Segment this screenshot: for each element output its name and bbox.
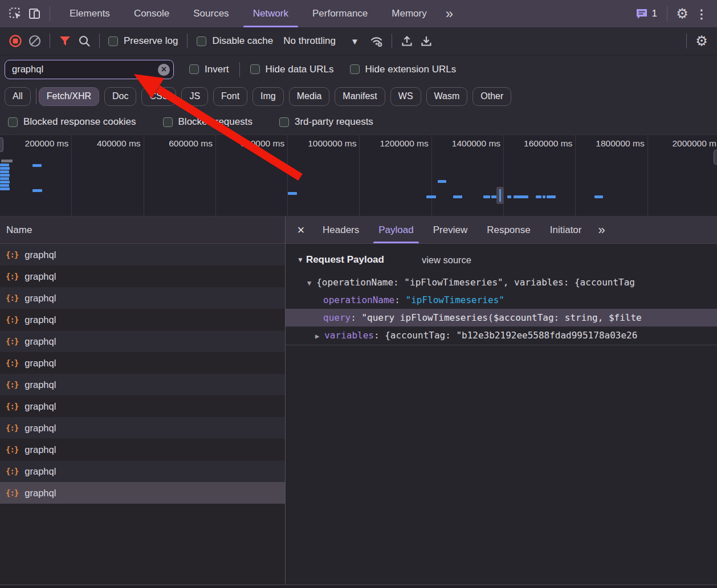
tab-network[interactable]: Network bbox=[241, 0, 300, 27]
record-icon[interactable] bbox=[6, 30, 25, 52]
checkbox[interactable] bbox=[350, 64, 360, 74]
export-har-icon[interactable] bbox=[417, 30, 436, 52]
devtools-tabbar: ElementsConsoleSourcesNetworkPerformance… bbox=[0, 0, 717, 27]
detail-tab-response[interactable]: Response bbox=[477, 217, 540, 243]
preserve-log-checkbox[interactable]: Preserve log bbox=[108, 35, 178, 47]
payload-row[interactable]: query: "query ipFlowTimeseries($accountT… bbox=[286, 309, 717, 326]
filter-chip-manifest[interactable]: Manifest bbox=[335, 87, 385, 106]
payload-value: "ipFlowTimeseries" bbox=[406, 295, 504, 305]
json-request-icon: {:} bbox=[6, 423, 18, 432]
name-column-header[interactable]: Name bbox=[0, 217, 285, 244]
network-conditions-icon[interactable] bbox=[367, 30, 386, 52]
disable-cache-checkbox[interactable]: Disable cache bbox=[197, 35, 273, 47]
request-row[interactable]: {:}graphql bbox=[0, 266, 285, 287]
request-row[interactable]: {:}graphql bbox=[0, 439, 285, 460]
filter-chip-css[interactable]: CSS bbox=[141, 87, 176, 106]
checkbox[interactable] bbox=[250, 64, 260, 74]
divider bbox=[686, 34, 687, 48]
tab-sources[interactable]: Sources bbox=[181, 0, 241, 27]
tab-elements[interactable]: Elements bbox=[58, 0, 122, 27]
overview-right-handle[interactable] bbox=[714, 150, 717, 165]
expanded-triangle-icon[interactable]: ▼ bbox=[307, 279, 311, 287]
collapse-triangle-icon[interactable]: ▼ bbox=[297, 256, 304, 264]
payload-row[interactable]: ▶variables: {accountTag: "b12e3b2192ee55… bbox=[286, 326, 717, 344]
more-tabs-icon[interactable]: » bbox=[439, 6, 459, 22]
json-request-icon: {:} bbox=[6, 402, 18, 411]
checkbox[interactable] bbox=[279, 117, 289, 127]
hide-data-urls-checkbox[interactable]: Hide data URLs bbox=[250, 64, 334, 75]
clear-icon[interactable] bbox=[25, 30, 44, 52]
request-row[interactable]: {:}graphql bbox=[0, 374, 285, 395]
checkbox[interactable] bbox=[189, 64, 199, 74]
request-name: graphql bbox=[25, 379, 56, 390]
device-toolbar-icon[interactable] bbox=[25, 2, 44, 25]
request-payload-section[interactable]: ▼ Request Payload view source bbox=[286, 251, 717, 268]
menu-kebab-icon[interactable]: ⋮ bbox=[692, 2, 711, 25]
clear-filter-icon[interactable]: × bbox=[158, 64, 170, 76]
waterfall-bar bbox=[426, 195, 436, 198]
3rd-party-requests-label: 3rd-party requests bbox=[295, 116, 373, 128]
collapsed-triangle-icon[interactable]: ▶ bbox=[315, 332, 319, 340]
divider bbox=[187, 34, 188, 48]
inspect-element-icon[interactable] bbox=[6, 2, 25, 25]
console-messages-button[interactable]: 1 bbox=[631, 8, 662, 19]
checkbox[interactable] bbox=[197, 36, 206, 46]
detail-tab-payload[interactable]: Payload bbox=[369, 217, 423, 243]
request-row[interactable]: {:}graphql bbox=[0, 482, 285, 504]
request-row[interactable]: {:}graphql bbox=[0, 460, 285, 482]
waterfall-bar bbox=[0, 187, 10, 190]
filter-chip-fetch-xhr[interactable]: Fetch/XHR bbox=[39, 87, 99, 106]
search-icon[interactable] bbox=[75, 30, 94, 52]
request-row[interactable]: {:}graphql bbox=[0, 352, 285, 374]
filter-icon[interactable] bbox=[55, 30, 75, 52]
tab-console[interactable]: Console bbox=[122, 0, 181, 27]
detail-tab-initiator[interactable]: Initiator bbox=[540, 217, 592, 243]
hide-extension-urls-checkbox[interactable]: Hide extension URLs bbox=[350, 64, 457, 75]
request-row[interactable]: {:}graphql bbox=[0, 395, 285, 417]
filter-chip-doc[interactable]: Doc bbox=[104, 87, 136, 106]
network-settings-icon[interactable]: ⚙ bbox=[692, 30, 711, 52]
detail-tab-headers[interactable]: Headers bbox=[313, 217, 369, 243]
more-detail-tabs-icon[interactable]: » bbox=[591, 223, 610, 238]
throttling-select[interactable]: No throttling ▼ bbox=[283, 35, 359, 47]
tab-memory[interactable]: Memory bbox=[380, 0, 438, 27]
payload-value: {accountTag: "b12e3b2192ee5588fdad995178… bbox=[385, 330, 637, 341]
checkbox[interactable] bbox=[8, 117, 18, 127]
filter-chip-media[interactable]: Media bbox=[289, 87, 330, 106]
filter-chip-other[interactable]: Other bbox=[472, 87, 511, 106]
message-bubble-icon bbox=[635, 8, 648, 19]
filter-chip-img[interactable]: Img bbox=[252, 87, 284, 106]
name-column-label: Name bbox=[6, 224, 32, 236]
blocked-response-cookies-checkbox[interactable]: Blocked response cookies bbox=[8, 116, 136, 128]
checkbox[interactable] bbox=[108, 36, 118, 46]
blocked-requests-checkbox[interactable]: Blocked requests bbox=[163, 116, 252, 128]
waterfall-bar bbox=[507, 195, 511, 198]
import-har-icon[interactable] bbox=[397, 30, 417, 52]
filter-chip-wasm[interactable]: Wasm bbox=[426, 87, 468, 106]
invert-checkbox[interactable]: Invert bbox=[189, 64, 229, 75]
filter-chip-js[interactable]: JS bbox=[181, 87, 208, 106]
view-source-link[interactable]: view source bbox=[422, 255, 471, 266]
filter-chip-all[interactable]: All bbox=[5, 87, 31, 106]
filter-chip-font[interactable]: Font bbox=[213, 87, 247, 106]
close-icon[interactable]: × bbox=[289, 217, 313, 243]
settings-icon[interactable]: ⚙ bbox=[673, 2, 692, 25]
timeline-selection-marker[interactable] bbox=[496, 187, 504, 204]
divider bbox=[50, 6, 50, 21]
request-row[interactable]: {:}graphql bbox=[0, 330, 285, 352]
request-row[interactable]: {:}graphql bbox=[0, 309, 285, 330]
payload-row[interactable]: operationName: "ipFlowTimeseries" bbox=[286, 291, 717, 309]
filter-chip-ws[interactable]: WS bbox=[390, 87, 421, 106]
request-name: graphql bbox=[25, 336, 56, 347]
tab-performance[interactable]: Performance bbox=[300, 0, 380, 27]
request-row[interactable]: {:}graphql bbox=[0, 287, 285, 309]
request-row[interactable]: {:}graphql bbox=[0, 244, 285, 266]
payload-row[interactable]: ▼{operationName: "ipFlowTimeseries", var… bbox=[286, 273, 717, 291]
request-row[interactable]: {:}graphql bbox=[0, 417, 285, 439]
detail-tab-preview[interactable]: Preview bbox=[423, 217, 477, 243]
checkbox[interactable] bbox=[163, 117, 173, 127]
overview-left-handle[interactable] bbox=[0, 137, 3, 152]
network-overview-timeline[interactable]: 200000 ms400000 ms600000 ms800000 ms1000… bbox=[0, 134, 717, 217]
filter-input[interactable] bbox=[5, 60, 174, 79]
3rd-party-requests-checkbox[interactable]: 3rd-party requests bbox=[279, 116, 373, 128]
